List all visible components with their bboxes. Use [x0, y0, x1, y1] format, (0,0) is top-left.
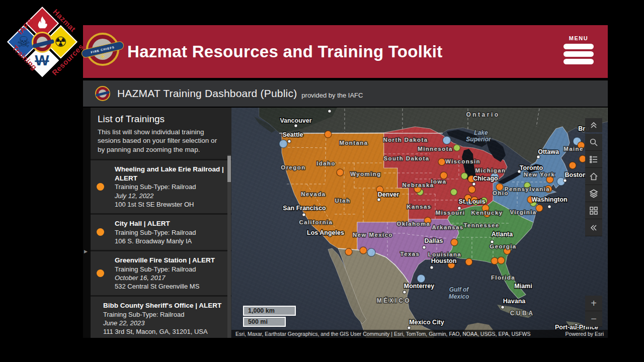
state-label: California	[299, 219, 333, 225]
training-title: Bibb County Sheriff's Office | ALERT	[103, 301, 226, 310]
training-subtype: Training Sub-Type: Railroad	[115, 228, 226, 237]
state-label: Missouri	[436, 210, 465, 216]
training-point-green[interactable]	[451, 189, 457, 196]
menu-label: MENU	[562, 35, 595, 41]
state-label: Idaho	[316, 160, 336, 166]
state-label: Louisiana	[428, 251, 461, 257]
training-list-item[interactable]: Greenville Fire Station | ALERTTraining …	[91, 250, 231, 295]
state-label: Tennessee	[463, 222, 499, 228]
training-title: Wheeling and Lake Erie Railroad | ALERT	[115, 165, 226, 183]
water-label: Superior	[466, 136, 492, 143]
city-dot	[472, 183, 475, 186]
city-dot	[294, 124, 297, 127]
training-point-blue[interactable]	[417, 275, 425, 283]
city-label: Vancouver	[280, 117, 311, 124]
training-point-orange[interactable]	[451, 239, 458, 246]
zoom-controls: + −	[585, 296, 602, 327]
training-subtype: Training Sub-Type: Railroad	[115, 183, 226, 191]
scale-km: 1,000 km	[243, 306, 296, 316]
collapse-left-icon	[589, 223, 598, 232]
state-label: North Dakota	[383, 137, 428, 143]
layers-button[interactable]	[585, 185, 602, 202]
training-point-blue[interactable]	[279, 140, 287, 148]
sidebar-scrollbar[interactable]	[227, 155, 231, 338]
training-point-orange[interactable]	[345, 248, 352, 255]
page-title: Hazmat Resources and Training Toolkit	[127, 25, 443, 78]
scale-bar: 1,000 km 500 mi	[243, 306, 296, 327]
training-point-orange[interactable]	[536, 205, 543, 212]
zoom-out-button[interactable]: −	[585, 311, 602, 327]
trainings-sidebar: List of Trainings This list will show in…	[91, 108, 231, 338]
city-label: Boston	[565, 171, 586, 178]
training-point-orange[interactable]	[440, 172, 447, 179]
city-dot	[423, 246, 426, 249]
training-list-item[interactable]: City Hall | ALERTTraining Sub-Type: Rail…	[91, 213, 231, 250]
training-item-text: Greenville Fire Station | ALERTTraining …	[115, 256, 226, 291]
training-subtype: Training Sub-Type: Railroad	[103, 310, 226, 319]
city-label: Ottawa	[538, 148, 559, 155]
app-header: FIRE CHIEFS ✳ Hazmat Resources and Train…	[83, 25, 608, 78]
menu-button[interactable]: MENU	[562, 35, 595, 66]
training-address: 111 3rd St, Macon, GA, 31201, USA	[103, 327, 226, 336]
training-date: June 22, 2023	[103, 319, 226, 327]
map-canvas[interactable]: MontanaNorth DakotaSouth DakotaMinnesota…	[231, 108, 608, 338]
hamburger-icon	[564, 51, 594, 57]
legend-button[interactable]	[585, 151, 602, 168]
city-dot	[328, 110, 331, 113]
training-address: 100 1st St SE Brewster OH	[115, 200, 226, 209]
sidebar-expand-handle[interactable]: ▶	[84, 249, 88, 254]
iafc-logo: FIRE CHIEFS ✳	[85, 30, 120, 74]
state-label: Minnesota	[418, 146, 452, 152]
training-point-orange[interactable]	[491, 257, 498, 264]
training-point-orange[interactable]	[569, 162, 576, 169]
training-point-green[interactable]	[461, 173, 468, 179]
state-label: Virginia	[510, 209, 536, 215]
radiation-icon: ☢	[54, 35, 67, 49]
training-point-orange[interactable]	[438, 158, 445, 165]
city-dot	[377, 198, 380, 201]
training-point-orange[interactable]	[465, 258, 472, 265]
training-list-item[interactable]: Bibb County Sheriff's Office | ALERTTrai…	[91, 295, 231, 338]
training-point-orange[interactable]	[468, 186, 475, 193]
map-attribution-bar: Esri, Maxar, Earthstar Geographics, and …	[231, 330, 608, 338]
city-label: Los Angeles	[307, 229, 344, 236]
training-point-orange[interactable]	[337, 169, 344, 176]
training-point-orange[interactable]	[360, 247, 367, 254]
training-point-green[interactable]	[454, 145, 460, 151]
water-label: Mexico	[449, 293, 469, 300]
flame-icon	[36, 16, 49, 31]
city-dot	[430, 266, 433, 269]
city-label: Denver	[378, 191, 399, 198]
powered-by-esri[interactable]: Powered by Esri	[566, 331, 604, 337]
city-label: Mexico City	[409, 319, 444, 326]
marker-dot-column	[97, 256, 115, 291]
state-label: Kansas	[407, 204, 431, 210]
expand-up-button[interactable]	[585, 118, 602, 132]
sidebar-gutter: ▶	[83, 108, 91, 338]
training-point-blue[interactable]	[443, 136, 451, 144]
training-subtype: Training Sub-Type: Railroad	[115, 265, 226, 274]
city-dot	[548, 205, 551, 208]
collapse-panel-button[interactable]	[585, 219, 602, 236]
state-label: Oregon	[281, 164, 305, 170]
search-button[interactable]	[585, 134, 602, 151]
basemap-button[interactable]	[585, 202, 602, 219]
app-window: ☢ ☠ W IAFC Hazmat Training Resources FIR…	[0, 0, 644, 362]
sidebar-title: List of Trainings	[98, 114, 223, 125]
map-toolbar	[585, 118, 602, 236]
training-point-orange[interactable]	[496, 184, 503, 191]
scrollbar-thumb[interactable]	[227, 156, 231, 182]
city-dot	[302, 213, 305, 216]
city-dot	[537, 155, 540, 158]
training-item-text: Bibb County Sheriff's Office | ALERTTrai…	[103, 301, 226, 338]
training-point-blue[interactable]	[367, 248, 375, 256]
home-button[interactable]	[585, 168, 602, 185]
water-label: Lake	[474, 129, 488, 136]
zoom-in-button[interactable]: +	[585, 296, 602, 311]
city-label: Monterrey	[404, 283, 434, 290]
state-label: Kentucky	[471, 210, 503, 216]
training-point-orange[interactable]	[325, 131, 332, 138]
training-point-orange[interactable]	[498, 257, 505, 264]
city-label: Atlanta	[492, 231, 513, 238]
training-list-item[interactable]: Wheeling and Lake Erie Railroad | ALERTT…	[91, 159, 231, 213]
